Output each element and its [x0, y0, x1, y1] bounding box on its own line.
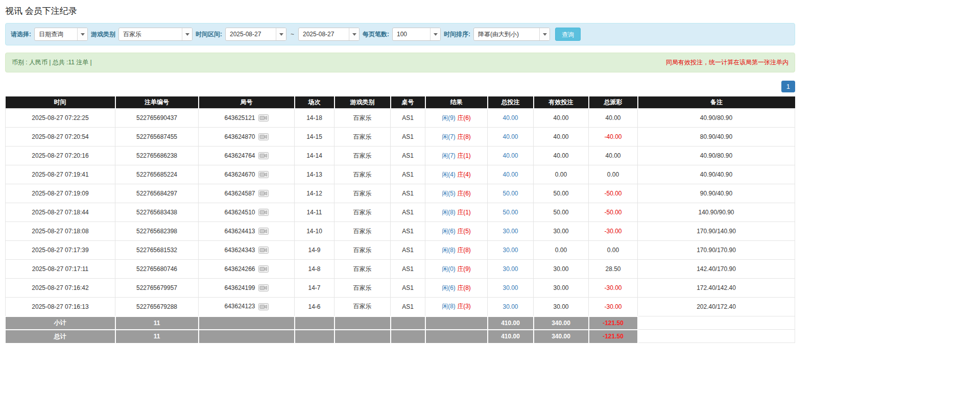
- currency-summary-text: 币别 : 人民币 | 总共 :11 注单 |: [12, 58, 92, 67]
- page-size-label: 每页笔数:: [363, 30, 389, 39]
- footer-empty-cell: [199, 316, 295, 330]
- game-type-cell: 百家乐: [334, 241, 391, 260]
- payout-cell: 40.00: [589, 146, 638, 165]
- video-camera-icon[interactable]: [258, 247, 269, 254]
- chevron-down-icon[interactable]: [430, 28, 440, 40]
- game-type-label: 游戏类别: [91, 30, 115, 39]
- video-camera-icon[interactable]: [258, 303, 269, 310]
- video-camera-icon[interactable]: [258, 228, 269, 235]
- total-bet-cell: 40.00: [488, 146, 534, 165]
- date-to-input[interactable]: 2025-08-27: [298, 28, 360, 41]
- table-no-cell: AS1: [391, 222, 425, 241]
- video-camera-icon[interactable]: [258, 265, 269, 273]
- valid-bet-cell: 0.00: [534, 165, 589, 184]
- result-player: 闲(9): [442, 114, 456, 121]
- payout-cell: -30.00: [589, 222, 638, 241]
- chevron-down-icon[interactable]: [276, 28, 286, 40]
- page-size-value: 100: [393, 28, 430, 40]
- note-cell: 202.40/172.40: [638, 298, 795, 316]
- session-cell: 14-18: [295, 109, 334, 128]
- search-button[interactable]: 查询: [555, 28, 581, 41]
- page-size-select[interactable]: 100: [392, 28, 441, 41]
- bet-id-cell: 522765680746: [115, 260, 199, 279]
- footer-note-cell: [638, 330, 795, 343]
- valid-bet-cell: 50.00: [534, 203, 589, 222]
- footer-valid-bet-cell: 340.00: [534, 330, 589, 343]
- valid-bet-cell: 40.00: [534, 128, 589, 146]
- valid-bet-cell: 50.00: [534, 184, 589, 203]
- table-body: 2025-08-27 07:22:25522765690437643625121…: [6, 109, 795, 316]
- total-bet-link[interactable]: 30.00: [503, 303, 518, 310]
- round-number: 643624870: [224, 133, 255, 140]
- round-cell: 643624587: [199, 184, 295, 203]
- table-no-cell: AS1: [391, 165, 425, 184]
- total-bet-cell: 30.00: [488, 222, 534, 241]
- total-bet-cell: 50.00: [488, 184, 534, 203]
- total-bet-cell: 30.00: [488, 260, 534, 279]
- result-banker: 庄(1): [457, 152, 471, 159]
- total-bet-link[interactable]: 50.00: [503, 190, 518, 197]
- total-bet-link[interactable]: 30.00: [503, 284, 518, 291]
- payout-cell: -40.00: [589, 128, 638, 146]
- table-row: 2025-08-27 07:18:44522765683438643624510…: [6, 203, 795, 222]
- result-cell: 闲(5) 庄(6): [425, 184, 488, 203]
- chevron-down-icon[interactable]: [539, 28, 549, 40]
- total-bet-link[interactable]: 40.00: [503, 171, 518, 178]
- game-type-cell: 百家乐: [334, 222, 391, 241]
- video-camera-icon[interactable]: [258, 171, 269, 178]
- video-camera-icon[interactable]: [258, 133, 269, 140]
- result-banker: 庄(3): [457, 303, 471, 310]
- round-cell: 643624343: [199, 241, 295, 260]
- session-cell: 14-12: [295, 184, 334, 203]
- time-cell: 2025-08-27 07:16:42: [6, 279, 115, 298]
- sort-select[interactable]: 降幂(由大到小): [473, 28, 550, 41]
- column-header: 有效投注: [534, 96, 589, 109]
- table-row: 2025-08-27 07:20:16522765686238643624764…: [6, 146, 795, 165]
- result-cell: 闲(6) 庄(5): [425, 222, 488, 241]
- total-bet-link[interactable]: 50.00: [503, 209, 518, 216]
- result-player: 闲(4): [442, 171, 456, 178]
- total-bet-link[interactable]: 30.00: [503, 228, 518, 235]
- game-type-select[interactable]: 百家乐: [118, 28, 193, 41]
- video-camera-icon[interactable]: [258, 114, 269, 121]
- page-1-button[interactable]: 1: [781, 81, 795, 92]
- note-cell: 170.90/170.90: [638, 241, 795, 260]
- table-no-cell: AS1: [391, 146, 425, 165]
- video-camera-icon[interactable]: [258, 209, 269, 216]
- query-type-select[interactable]: 日期查询: [34, 28, 88, 41]
- video-camera-icon[interactable]: [258, 284, 269, 291]
- result-banker: 庄(1): [457, 209, 471, 216]
- footer-label-cell: 小计: [6, 316, 115, 330]
- date-to-value: 2025-08-27: [299, 28, 349, 40]
- time-cell: 2025-08-27 07:18:08: [6, 222, 115, 241]
- column-header: 注单编号: [115, 96, 199, 109]
- total-bet-link[interactable]: 40.00: [503, 114, 518, 121]
- table-header: 时间注单编号局号场次游戏类别桌号结果总投注有效投注总派彩备注: [6, 96, 795, 109]
- result-banker: 庄(8): [457, 133, 471, 140]
- note-cell: 142.40/170.90: [638, 260, 795, 279]
- round-cell: 643624123: [199, 298, 295, 316]
- valid-bet-note-text: 同局有效投注，统一计算在该局第一张注单内: [666, 58, 788, 67]
- video-camera-icon[interactable]: [258, 152, 269, 159]
- date-from-input[interactable]: 2025-08-27: [225, 28, 286, 41]
- chevron-down-icon[interactable]: [182, 28, 192, 40]
- round-number: 643624764: [224, 152, 255, 159]
- total-bet-link[interactable]: 40.00: [503, 133, 518, 140]
- result-player: 闲(0): [442, 265, 456, 273]
- total-bet-link[interactable]: 40.00: [503, 152, 518, 159]
- chevron-down-icon[interactable]: [77, 28, 87, 40]
- result-banker: 庄(6): [457, 190, 471, 197]
- total-bet-link[interactable]: 30.00: [503, 265, 518, 273]
- result-cell: 闲(8) 庄(1): [425, 203, 488, 222]
- table-no-cell: AS1: [391, 279, 425, 298]
- footer-empty-cell: [334, 330, 391, 343]
- chevron-down-icon[interactable]: [349, 28, 359, 40]
- total-bet-link[interactable]: 30.00: [503, 247, 518, 254]
- round-cell: 643624870: [199, 128, 295, 146]
- time-cell: 2025-08-27 07:17:11: [6, 260, 115, 279]
- column-header: 总派彩: [589, 96, 638, 109]
- video-camera-icon[interactable]: [258, 190, 269, 197]
- column-header: 局号: [199, 96, 295, 109]
- game-type-cell: 百家乐: [334, 128, 391, 146]
- summary-bar: 币别 : 人民币 | 总共 :11 注单 | 同局有效投注，统一计算在该局第一张…: [5, 53, 795, 72]
